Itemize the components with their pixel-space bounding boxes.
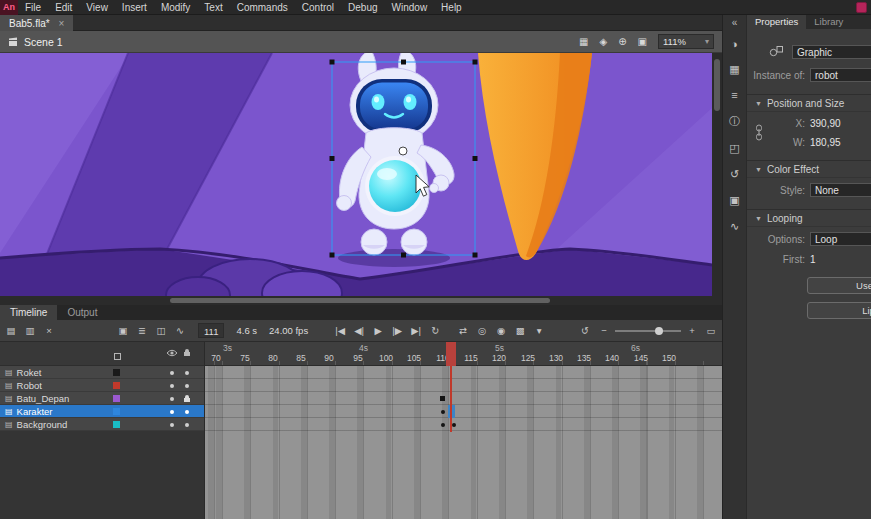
keyframe-marker[interactable] bbox=[441, 410, 445, 414]
onion-skin-outlines-icon[interactable]: ◉ bbox=[495, 325, 507, 336]
layer-locked-icon[interactable] bbox=[183, 394, 191, 405]
menu-item[interactable]: Help bbox=[434, 0, 469, 15]
section-color-effect[interactable]: ▼ Color Effect bbox=[747, 160, 871, 178]
timeline-ruler[interactable]: 3s4s5s6s 7075808590951001051101151201251… bbox=[205, 342, 722, 366]
clip-content-icon[interactable]: ▣ bbox=[638, 36, 647, 47]
layer-color-swatch[interactable] bbox=[113, 369, 120, 376]
loop-options-dropdown[interactable]: Loop ▾ bbox=[810, 232, 871, 246]
align-panel-icon[interactable]: ≡ bbox=[731, 89, 737, 101]
playhead[interactable] bbox=[446, 342, 456, 366]
layer-color-swatch[interactable] bbox=[113, 421, 120, 428]
current-frame-field[interactable]: 111 bbox=[198, 323, 224, 338]
edit-symbols-icon[interactable]: ◈ bbox=[599, 36, 607, 47]
section-collapse-icon[interactable]: ▼ bbox=[755, 215, 762, 222]
x-value[interactable]: 390,90 bbox=[810, 118, 841, 129]
loop-playback-icon[interactable]: ↻ bbox=[429, 325, 441, 336]
transform-point[interactable] bbox=[399, 147, 407, 155]
symbol-type-dropdown[interactable]: Graphic ▾ bbox=[792, 45, 871, 59]
camera-panel-icon[interactable]: ▣ bbox=[729, 194, 739, 207]
step-forward-icon[interactable]: |▶ bbox=[391, 325, 403, 336]
lip-sync-button[interactable]: Lip S bbox=[807, 302, 871, 319]
menu-item[interactable]: Text bbox=[197, 0, 229, 15]
section-looping[interactable]: ▼ Looping bbox=[747, 209, 871, 227]
reset-timeline-zoom-icon[interactable]: ↺ bbox=[579, 325, 591, 336]
transform-panel-icon[interactable]: ◰ bbox=[729, 142, 739, 155]
delete-layer-icon[interactable]: × bbox=[43, 325, 55, 336]
stage-vertical-scrollbar[interactable] bbox=[712, 53, 722, 296]
first-frame-value[interactable]: 1 bbox=[810, 254, 816, 265]
tab-library[interactable]: Library bbox=[806, 15, 851, 29]
modify-markers-icon[interactable]: ▾ bbox=[533, 325, 545, 336]
document-tab[interactable]: Bab5.fla* × bbox=[0, 15, 73, 31]
link-dimensions-icon[interactable] bbox=[754, 124, 764, 143]
step-back-icon[interactable]: ◀| bbox=[353, 325, 365, 336]
layer-row-batu-depan[interactable]: ▤ Batu_Depan bbox=[0, 392, 204, 405]
keyframe-marker[interactable] bbox=[440, 396, 445, 401]
outline-color-header-icon[interactable] bbox=[114, 353, 121, 360]
resize-timeline-view-icon[interactable]: ▭ bbox=[705, 325, 717, 336]
camera-icon[interactable]: ▣ bbox=[117, 325, 129, 336]
tab-timeline[interactable]: Timeline bbox=[0, 305, 57, 320]
go-to-first-frame-icon[interactable]: |◀ bbox=[334, 325, 346, 336]
layer-visibility-toggle[interactable] bbox=[170, 371, 174, 375]
tab-properties[interactable]: Properties bbox=[747, 15, 806, 29]
center-stage-icon[interactable]: ⊕ bbox=[618, 36, 626, 47]
go-to-last-frame-icon[interactable]: ▶| bbox=[410, 325, 422, 336]
section-collapse-icon[interactable]: ▼ bbox=[755, 100, 762, 107]
layer-color-swatch[interactable] bbox=[113, 395, 120, 402]
use-frame-picker-button[interactable]: Use Fra bbox=[807, 277, 871, 294]
color-panel-icon[interactable]: ◑ bbox=[731, 38, 738, 50]
layer-row-background[interactable]: ▤ Background bbox=[0, 418, 204, 431]
section-position-and-size[interactable]: ▼ Position and Size bbox=[747, 94, 871, 112]
menu-item[interactable]: View bbox=[79, 0, 115, 15]
menu-item[interactable]: Control bbox=[295, 0, 341, 15]
scene-name[interactable]: Scene 1 bbox=[24, 36, 63, 48]
edit-multiple-frames-icon[interactable]: ▩ bbox=[514, 325, 526, 336]
tab-output[interactable]: Output bbox=[57, 305, 107, 320]
layer-visibility-toggle[interactable] bbox=[170, 410, 174, 414]
new-layer-icon[interactable]: ▤ bbox=[5, 325, 17, 336]
menu-item[interactable]: Commands bbox=[230, 0, 295, 15]
slider-knob[interactable] bbox=[655, 327, 663, 335]
motion-editor-panel-icon[interactable]: ∿ bbox=[730, 220, 739, 233]
layer-parenting-icon[interactable]: ≣ bbox=[136, 325, 148, 336]
menu-item[interactable]: Modify bbox=[154, 0, 197, 15]
layer-row-roket[interactable]: ▤ Roket bbox=[0, 366, 204, 379]
edit-scene-icon[interactable]: ▦ bbox=[579, 36, 588, 47]
section-collapse-icon[interactable]: ▼ bbox=[755, 166, 762, 173]
menubar-right-icon[interactable] bbox=[856, 2, 867, 13]
eye-icon[interactable] bbox=[166, 343, 178, 361]
keyframe-marker[interactable] bbox=[441, 423, 445, 427]
layer-lock-toggle[interactable] bbox=[185, 384, 189, 388]
menu-item[interactable]: Insert bbox=[115, 0, 154, 15]
w-value[interactable]: 180,95 bbox=[810, 137, 841, 148]
center-frame-icon[interactable]: ⇄ bbox=[457, 325, 469, 336]
collapse-panels-icon[interactable]: « bbox=[732, 17, 738, 28]
zoom-out-timeline-icon[interactable]: − bbox=[598, 325, 610, 336]
info-panel-icon[interactable]: ⓘ bbox=[729, 114, 740, 129]
instance-name-field[interactable]: robot bbox=[810, 68, 871, 82]
swatches-panel-icon[interactable]: ▦ bbox=[729, 63, 739, 76]
menu-item[interactable]: Window bbox=[385, 0, 435, 15]
layer-color-swatch[interactable] bbox=[113, 382, 120, 389]
layer-row-robot[interactable]: ▤ Robot bbox=[0, 379, 204, 392]
timeline-frames-area[interactable]: 3s4s5s6s 7075808590951001051101151201251… bbox=[205, 342, 722, 519]
layer-row-karakter[interactable]: ▤ Karakter bbox=[0, 405, 204, 418]
menu-item[interactable]: Debug bbox=[341, 0, 384, 15]
layer-depth-icon[interactable]: ∿ bbox=[174, 325, 186, 336]
frame-rate-field[interactable]: 24.00 fps bbox=[269, 325, 308, 336]
play-icon[interactable]: ▶ bbox=[372, 325, 384, 336]
stage-horizontal-scrollbar[interactable] bbox=[0, 296, 722, 305]
scrollbar-thumb[interactable] bbox=[170, 298, 550, 303]
layer-visibility-toggle[interactable] bbox=[170, 397, 174, 401]
scrollbar-thumb[interactable] bbox=[714, 59, 720, 111]
menu-item[interactable]: File bbox=[18, 0, 48, 15]
zoom-in-timeline-icon[interactable]: + bbox=[686, 325, 698, 336]
history-panel-icon[interactable]: ↺ bbox=[730, 168, 739, 181]
style-dropdown[interactable]: None ▾ bbox=[810, 183, 871, 197]
new-folder-icon[interactable]: ▥ bbox=[24, 325, 36, 336]
layer-lock-toggle[interactable] bbox=[185, 371, 189, 375]
close-tab-icon[interactable]: × bbox=[59, 18, 65, 29]
zoom-level-dropdown[interactable]: 111% ▾ bbox=[658, 34, 714, 49]
filter-layers-icon[interactable]: ◫ bbox=[155, 325, 167, 336]
